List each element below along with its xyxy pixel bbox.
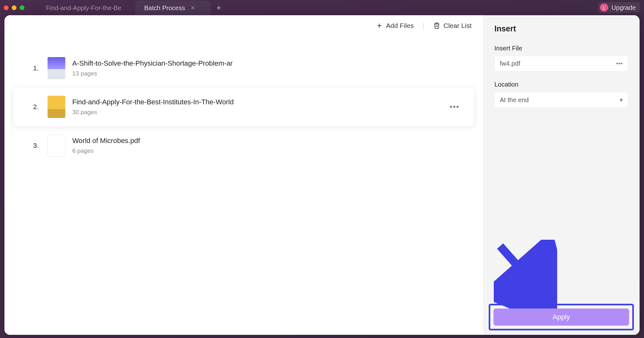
tab-strip: Find-and-Apply-For-the-Be Batch Process …	[37, 0, 598, 15]
file-name: Find-and-Apply-For-the-Best-Institutes-I…	[72, 98, 250, 106]
insert-file-field[interactable]: fw4.pdf •••	[494, 56, 628, 71]
location-value: At the end	[500, 96, 529, 104]
file-thumbnail	[48, 57, 65, 79]
file-name: A-Shift-to-Solve-the-Physician-Shortage-…	[72, 59, 250, 68]
file-index: 3.	[23, 142, 39, 149]
annotation-arrow-icon	[494, 240, 557, 309]
file-thumbnail	[48, 134, 65, 157]
file-list: 1. A-Shift-to-Solve-the-Physician-Shorta…	[4, 36, 483, 165]
file-row[interactable]: 1. A-Shift-to-Solve-the-Physician-Shorta…	[13, 49, 474, 88]
file-meta: Find-and-Apply-For-the-Best-Institutes-I…	[72, 98, 445, 116]
plus-icon	[376, 22, 383, 29]
file-index: 1.	[23, 64, 39, 72]
maximize-window-button[interactable]	[20, 5, 24, 10]
insert-file-value: fw4.pdf	[500, 60, 520, 67]
file-pages: 30 pages	[72, 109, 445, 116]
close-window-button[interactable]	[4, 5, 9, 10]
avatar-initial: L	[603, 5, 605, 10]
titlebar: Find-and-Apply-For-the-Be Batch Process …	[0, 0, 644, 15]
insert-file-label: Insert File	[494, 45, 628, 52]
tab-label: Batch Process	[144, 4, 185, 12]
tab-active[interactable]: Batch Process ×	[135, 1, 211, 15]
window-controls	[4, 5, 24, 10]
location-select[interactable]: At the end ▾	[494, 92, 628, 108]
file-meta: A-Shift-to-Solve-the-Physician-Shortage-…	[72, 59, 464, 77]
file-pages: 13 pages	[72, 70, 464, 77]
svg-line-2	[500, 246, 548, 300]
trash-icon	[433, 22, 440, 29]
file-thumbnail	[48, 96, 65, 118]
file-row[interactable]: 3. World of Microbes.pdf 6 pages	[13, 126, 474, 165]
add-files-label: Add Files	[386, 22, 414, 29]
tab-inactive[interactable]: Find-and-Apply-For-the-Be	[37, 1, 135, 15]
clear-list-label: Clear List	[443, 22, 472, 29]
more-icon[interactable]: •••	[616, 60, 623, 67]
more-options-button[interactable]: •••	[445, 100, 464, 114]
apply-button[interactable]: Apply	[493, 309, 629, 326]
toolbar-divider: |	[423, 22, 425, 30]
toolbar: Add Files | Clear List	[4, 15, 483, 36]
avatar: L	[600, 3, 608, 12]
clear-list-button[interactable]: Clear List	[433, 22, 472, 29]
upgrade-button[interactable]: L Upgrade	[598, 2, 640, 13]
side-panel-title: Insert	[494, 24, 628, 33]
chevron-down-icon: ▾	[620, 96, 623, 104]
location-label: Location	[494, 81, 628, 88]
apply-label: Apply	[552, 313, 570, 321]
app-window: Add Files | Clear List 1. A-Shift-to-Sol…	[4, 15, 640, 335]
close-tab-icon[interactable]: ×	[191, 4, 195, 12]
apply-highlight: Apply	[489, 304, 634, 330]
new-tab-button[interactable]: +	[211, 0, 227, 15]
file-name: World of Microbes.pdf	[72, 137, 250, 145]
file-pages: 6 pages	[72, 147, 464, 154]
file-meta: World of Microbes.pdf 6 pages	[72, 137, 464, 154]
side-panel: Insert Insert File fw4.pdf ••• Location …	[483, 15, 640, 335]
upgrade-label: Upgrade	[611, 4, 636, 11]
minimize-window-button[interactable]	[12, 5, 16, 10]
tab-label: Find-and-Apply-For-the-Be	[46, 4, 121, 12]
add-files-button[interactable]: Add Files	[376, 22, 414, 29]
file-index: 2.	[23, 103, 39, 111]
file-row-selected[interactable]: 2. Find-and-Apply-For-the-Best-Institute…	[13, 88, 474, 126]
main-panel: Add Files | Clear List 1. A-Shift-to-Sol…	[4, 15, 483, 335]
